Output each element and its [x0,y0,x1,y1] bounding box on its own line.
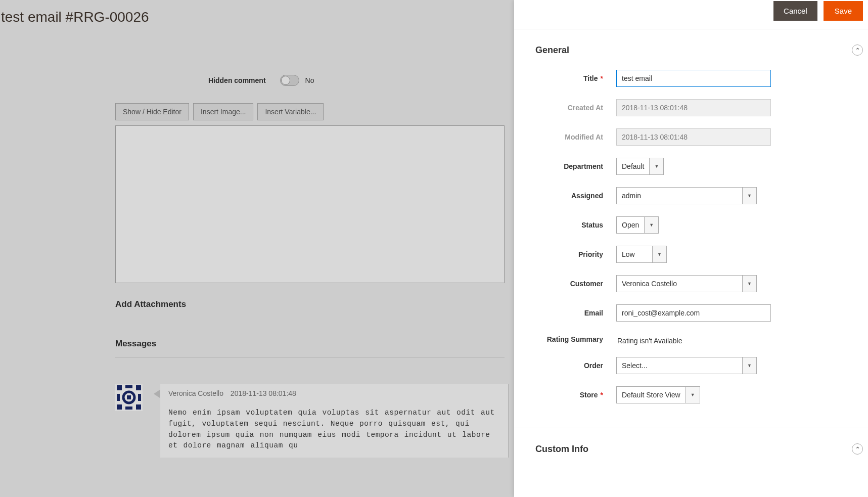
label-modified-at: Modified At [535,133,616,141]
hidden-comment-value: No [305,76,314,84]
priority-value: Low [617,246,652,262]
message-author: Veronica Costello [168,389,223,397]
hidden-comment-row: Hidden comment No [208,75,514,86]
department-select[interactable]: Default ▼ [616,158,664,175]
title-input[interactable] [616,70,771,87]
assigned-select[interactable]: admin ▼ [616,187,757,204]
customer-select[interactable]: Veronica Costello ▼ [616,275,757,292]
chevron-down-icon: ▼ [742,188,756,204]
label-assigned: Assigned [535,192,616,200]
department-value: Default [617,158,649,174]
page-title: test email #RRG-00026 [1,0,514,35]
rating-summary-value: Rating isn't Available [616,334,682,345]
section-general-title: General [535,45,569,56]
panel-actions: Cancel Save [514,1,868,29]
editor-textarea[interactable] [115,125,505,283]
label-created-at: Created At [535,104,616,112]
label-store: Store* [535,391,616,399]
avatar-icon [115,384,143,411]
message-body: Veronica Costello 2018-11-13 08:01:48 Ne… [160,384,509,458]
chevron-up-icon: ⌃ [852,44,863,56]
svg-rect-7 [125,406,132,410]
order-value: Select... [617,357,742,374]
chevron-up-icon: ⌃ [852,443,863,455]
avatar [115,384,143,411]
main-content: Hidden comment No Show / Hide Editor Ins… [0,75,514,458]
messages-heading: Messages [115,339,505,357]
main-background: test email #RRG-00026 Hidden comment No … [0,0,514,497]
insert-image-button[interactable]: Insert Image... [193,103,253,120]
section-general[interactable]: General ⌃ [514,29,868,70]
message-item: Veronica Costello 2018-11-13 08:01:48 Ne… [115,384,514,458]
hidden-comment-toggle[interactable] [280,75,299,86]
modified-at-input [616,128,771,146]
svg-rect-6 [125,385,132,388]
svg-rect-2 [117,385,122,390]
svg-rect-5 [136,404,141,410]
form-general: Title* Created At Modified At Department… [514,70,868,428]
section-custom-info[interactable]: Custom Info ⌃ [514,428,868,469]
priority-select[interactable]: Low ▼ [616,246,667,263]
label-rating-summary: Rating Summary [535,335,616,343]
store-value: Default Store View [617,387,686,403]
cancel-button[interactable]: Cancel [773,1,817,21]
svg-rect-11 [127,395,131,399]
label-title: Title* [535,74,616,82]
section-custom-info-title: Custom Info [535,444,588,455]
message-date: 2018-11-13 08:01:48 [231,389,296,397]
hidden-comment-label: Hidden comment [208,76,266,84]
svg-rect-3 [136,385,141,390]
status-value: Open [617,217,644,233]
status-select[interactable]: Open ▼ [616,216,659,234]
add-attachments-heading: Add Attachments [115,299,514,309]
label-department: Department [535,162,616,170]
svg-rect-4 [117,404,122,410]
chevron-down-icon: ▼ [649,158,663,174]
label-email: Email [535,309,616,317]
label-customer: Customer [535,280,616,288]
show-hide-editor-button[interactable]: Show / Hide Editor [115,103,189,120]
editor-toolbar: Show / Hide Editor Insert Image... Inser… [115,103,514,120]
store-select[interactable]: Default Store View ▼ [616,386,700,403]
created-at-input [616,99,771,116]
label-status: Status [535,221,616,229]
customer-value: Veronica Costello [617,276,742,292]
chevron-down-icon: ▼ [742,276,756,292]
label-order: Order [535,362,616,370]
order-select[interactable]: Select... ▼ [616,357,757,374]
assigned-value: admin [617,188,742,204]
chevron-down-icon: ▼ [652,246,666,262]
insert-variable-button[interactable]: Insert Variable... [257,103,324,120]
svg-rect-9 [138,394,141,401]
email-input[interactable] [616,304,771,322]
svg-rect-8 [117,394,120,401]
label-priority: Priority [535,250,616,258]
side-panel: Cancel Save General ⌃ Title* Created At … [514,0,868,497]
chevron-down-icon: ▼ [686,387,700,403]
chevron-down-icon: ▼ [742,357,756,374]
chevron-down-icon: ▼ [644,217,658,233]
save-button[interactable]: Save [824,1,863,21]
toggle-knob-icon [281,76,290,85]
message-text: Nemo enim ipsam voluptatem quia voluptas… [160,401,509,458]
message-header: Veronica Costello 2018-11-13 08:01:48 [160,384,509,401]
